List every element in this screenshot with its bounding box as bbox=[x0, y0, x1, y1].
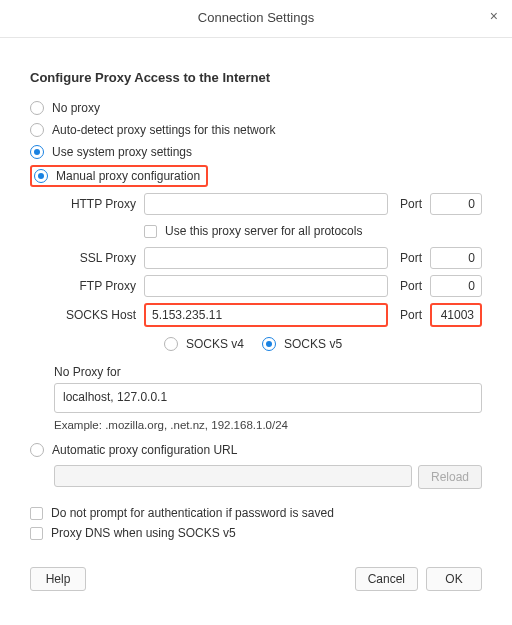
radio-icon bbox=[164, 337, 178, 351]
option-label: Manual proxy configuration bbox=[56, 169, 200, 183]
radio-icon bbox=[262, 337, 276, 351]
http-proxy-label: HTTP Proxy bbox=[54, 197, 138, 211]
ftp-proxy-input[interactable] bbox=[144, 275, 388, 297]
socks-v4-option[interactable]: SOCKS v4 bbox=[164, 333, 244, 355]
option-label: Use system proxy settings bbox=[52, 145, 192, 159]
cancel-button[interactable]: Cancel bbox=[355, 567, 418, 591]
port-label: Port bbox=[394, 251, 424, 265]
socks-v5-option[interactable]: SOCKS v5 bbox=[262, 333, 342, 355]
use-for-all-label: Use this proxy server for all protocols bbox=[165, 224, 362, 238]
radio-icon bbox=[34, 169, 48, 183]
no-proxy-for-input[interactable]: localhost, 127.0.0.1 bbox=[54, 383, 482, 413]
no-proxy-for-label: No Proxy for bbox=[54, 365, 482, 379]
use-for-all-checkbox[interactable] bbox=[144, 225, 157, 238]
radio-icon bbox=[30, 145, 44, 159]
close-icon[interactable]: × bbox=[490, 8, 498, 24]
no-proxy-example: Example: .mozilla.org, .net.nz, 192.168.… bbox=[54, 419, 482, 431]
ssl-proxy-label: SSL Proxy bbox=[54, 251, 138, 265]
option-auto-detect[interactable]: Auto-detect proxy settings for this netw… bbox=[30, 119, 482, 141]
socks-v4-label: SOCKS v4 bbox=[186, 337, 244, 351]
no-prompt-row[interactable]: Do not prompt for authentication if pass… bbox=[30, 503, 482, 523]
auto-config-url-input[interactable] bbox=[54, 465, 412, 487]
proxy-dns-row[interactable]: Proxy DNS when using SOCKS v5 bbox=[30, 523, 482, 543]
port-label: Port bbox=[394, 197, 424, 211]
dialog-title: Connection Settings bbox=[198, 10, 314, 25]
option-label: No proxy bbox=[52, 101, 100, 115]
option-manual-proxy[interactable]: Manual proxy configuration bbox=[30, 165, 208, 187]
ftp-proxy-label: FTP Proxy bbox=[54, 279, 138, 293]
http-proxy-input[interactable] bbox=[144, 193, 388, 215]
port-label: Port bbox=[394, 279, 424, 293]
radio-icon bbox=[30, 443, 44, 457]
socks-host-label: SOCKS Host bbox=[54, 308, 138, 322]
socks-v5-label: SOCKS v5 bbox=[284, 337, 342, 351]
radio-icon bbox=[30, 101, 44, 115]
socks-port-input[interactable] bbox=[430, 303, 482, 327]
dialog-titlebar: Connection Settings × bbox=[0, 0, 512, 38]
no-prompt-label: Do not prompt for authentication if pass… bbox=[51, 506, 334, 520]
socks-host-input[interactable] bbox=[144, 303, 388, 327]
section-heading: Configure Proxy Access to the Internet bbox=[30, 70, 482, 85]
option-system-proxy[interactable]: Use system proxy settings bbox=[30, 141, 482, 163]
help-button[interactable]: Help bbox=[30, 567, 86, 591]
ok-button[interactable]: OK bbox=[426, 567, 482, 591]
option-label: Automatic proxy configuration URL bbox=[52, 443, 237, 457]
no-prompt-checkbox bbox=[30, 507, 43, 520]
proxy-dns-checkbox bbox=[30, 527, 43, 540]
ssl-proxy-input[interactable] bbox=[144, 247, 388, 269]
radio-icon bbox=[30, 123, 44, 137]
ftp-port-input[interactable] bbox=[430, 275, 482, 297]
proxy-dns-label: Proxy DNS when using SOCKS v5 bbox=[51, 526, 236, 540]
option-label: Auto-detect proxy settings for this netw… bbox=[52, 123, 275, 137]
port-label: Port bbox=[394, 308, 424, 322]
option-auto-config-url[interactable]: Automatic proxy configuration URL bbox=[30, 439, 482, 461]
reload-button[interactable]: Reload bbox=[418, 465, 482, 489]
http-port-input[interactable] bbox=[430, 193, 482, 215]
option-no-proxy[interactable]: No proxy bbox=[30, 97, 482, 119]
ssl-port-input[interactable] bbox=[430, 247, 482, 269]
